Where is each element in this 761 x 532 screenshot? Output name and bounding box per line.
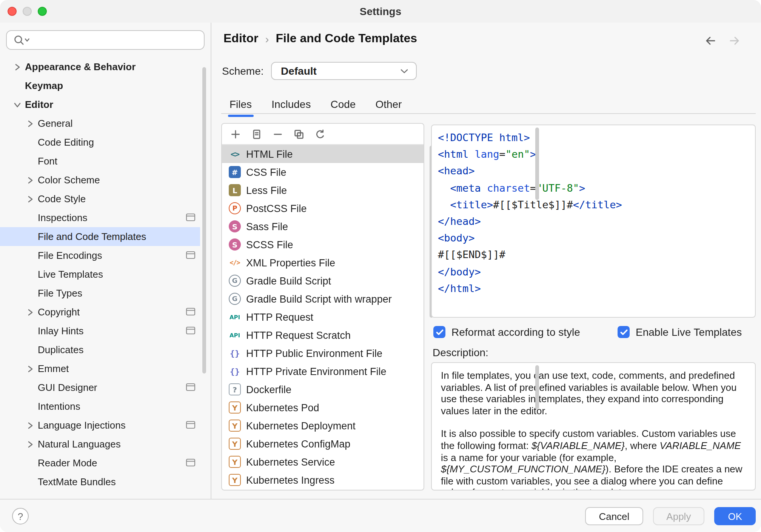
description-scrollbar[interactable] <box>535 365 539 409</box>
search-icon <box>13 34 31 46</box>
editor-scrollbar[interactable] <box>535 128 539 200</box>
template-item-label: Kubernetes Ingress <box>246 474 334 486</box>
chevron-spacer <box>25 269 35 280</box>
gradle-file-icon: G <box>229 293 241 305</box>
copy-icon[interactable] <box>291 126 307 141</box>
template-item-postcss-file[interactable]: PPostCSS File <box>222 199 424 217</box>
template-item-xml-properties-file[interactable]: </>XML Properties File <box>222 254 424 272</box>
zoom-button[interactable] <box>38 7 47 16</box>
back-button[interactable] <box>704 35 717 47</box>
tab-other[interactable]: Other <box>374 94 403 118</box>
template-item-sass-file[interactable]: SSass File <box>222 217 424 235</box>
sidebar-item-natural-languages[interactable]: Natural Languages <box>0 435 200 454</box>
chevron-right-icon[interactable] <box>12 62 23 72</box>
chevron-right-icon[interactable] <box>25 175 35 185</box>
sidebar-item-copyright[interactable]: Copyright <box>0 303 200 321</box>
template-item-kubernetes-ingress[interactable]: YKubernetes Ingress <box>222 471 424 489</box>
tab-files[interactable]: Files <box>228 94 253 118</box>
forward-button[interactable] <box>728 35 741 47</box>
sidebar-item-inlay-hints[interactable]: Inlay Hints <box>0 321 200 340</box>
sidebar-scrollbar[interactable] <box>202 67 206 374</box>
sidebar-item-emmet[interactable]: Emmet <box>0 359 200 378</box>
add-icon[interactable] <box>228 126 243 141</box>
apply-button[interactable]: Apply <box>653 507 704 525</box>
template-item-css-file[interactable]: #CSS File <box>222 163 424 181</box>
template-item-kubernetes-deployment[interactable]: YKubernetes Deployment <box>222 417 424 435</box>
template-item-label: Kubernetes Deployment <box>246 420 356 431</box>
sidebar-item-code-style[interactable]: Code Style <box>0 189 200 208</box>
chevron-right-icon[interactable] <box>25 420 35 431</box>
settings-dialog: Settings Appearance & BehaviorKeymapEdit… <box>0 0 761 532</box>
scheme-select[interactable]: Default <box>271 62 417 80</box>
sidebar-item-color-scheme[interactable]: Color Scheme <box>0 171 200 189</box>
search-input[interactable] <box>6 30 205 50</box>
template-item-less-file[interactable]: LLess File <box>222 181 424 199</box>
template-item-label: XML Properties File <box>246 257 335 268</box>
sidebar-item-inspections[interactable]: Inspections <box>0 208 200 227</box>
remove-icon[interactable] <box>270 126 285 141</box>
sidebar-item-duplicates[interactable]: Duplicates <box>0 340 200 359</box>
sidebar-item-font[interactable]: Font <box>0 152 200 171</box>
code-line: <head> <box>438 163 749 179</box>
chevron-right-icon[interactable] <box>25 194 35 204</box>
sidebar-item-label: Inspections <box>38 212 88 223</box>
code-line: <title>#[[$Title$]]#</title> <box>438 196 749 213</box>
sidebar-item-label: Inlay Hints <box>38 325 83 337</box>
template-item-http-request[interactable]: APIHTTP Request <box>222 308 424 326</box>
chevron-right-icon[interactable] <box>25 363 35 374</box>
scss-file-icon: S <box>229 238 241 251</box>
breadcrumb-editor[interactable]: Editor <box>223 32 258 45</box>
template-item-gradle-build-script[interactable]: GGradle Build Script <box>222 272 424 290</box>
tab-includes[interactable]: Includes <box>270 94 312 118</box>
help-button[interactable]: ? <box>12 508 29 524</box>
sidebar-item-file-encodings[interactable]: File Encodings <box>0 246 200 265</box>
template-item-html-file[interactable]: <>HTML File <box>222 145 424 163</box>
close-button[interactable] <box>8 7 17 16</box>
chevron-right-icon[interactable] <box>25 118 35 129</box>
template-item-kubernetes-configmap[interactable]: YKubernetes ConfigMap <box>222 435 424 453</box>
chevron-spacer <box>25 212 35 223</box>
chevron-right-icon[interactable] <box>25 439 35 449</box>
template-item-gradle-build-script-with-wrapper[interactable]: GGradle Build Script with wrapper <box>222 290 424 308</box>
chevron-spacer <box>25 288 35 298</box>
revert-icon[interactable] <box>313 126 328 141</box>
sidebar-item-editor[interactable]: Editor <box>0 95 200 114</box>
template-content-editor[interactable]: <!DOCTYPE html><html lang="en"><head> <m… <box>431 125 756 318</box>
configurable-pane-icon <box>186 420 196 429</box>
template-item-label: HTTP Private Environment File <box>246 366 387 377</box>
create-from-template-icon[interactable] <box>249 126 264 141</box>
tab-code[interactable]: Code <box>329 94 357 118</box>
sidebar-item-gui-designer[interactable]: GUI Designer <box>0 378 200 397</box>
sidebar-item-file-and-code-templates[interactable]: File and Code Templates <box>0 227 200 246</box>
template-item-http-private-environment-file[interactable]: {}HTTP Private Environment File <box>222 362 424 380</box>
ok-button[interactable]: OK <box>714 507 756 525</box>
live-templates-checkbox[interactable] <box>618 326 630 338</box>
chevron-right-icon[interactable] <box>25 307 35 317</box>
template-item-http-request-scratch[interactable]: APIHTTP Request Scratch <box>222 326 424 344</box>
live-templates-label: Enable Live Templates <box>636 326 742 338</box>
gradle-file-icon: G <box>229 275 241 287</box>
configurable-pane-icon <box>186 326 196 335</box>
sidebar-item-general[interactable]: General <box>0 114 200 133</box>
reformat-checkbox[interactable] <box>433 326 445 338</box>
sidebar-item-code-editing[interactable]: Code Editing <box>0 133 200 152</box>
template-item-kubernetes-pod[interactable]: YKubernetes Pod <box>222 398 424 417</box>
template-item-kubernetes-service[interactable]: YKubernetes Service <box>222 453 424 471</box>
sidebar-item-keymap[interactable]: Keymap <box>0 76 200 95</box>
template-item-http-public-environment-file[interactable]: {}HTTP Public Environment File <box>222 344 424 362</box>
sidebar-item-reader-mode[interactable]: Reader Mode <box>0 454 200 472</box>
sidebar-item-live-templates[interactable]: Live Templates <box>0 265 200 284</box>
sidebar-item-appearance-behavior[interactable]: Appearance & Behavior <box>0 57 200 76</box>
sidebar-item-file-types[interactable]: File Types <box>0 284 200 303</box>
sidebar-item-textmate-bundles[interactable]: TextMate Bundles <box>0 472 200 491</box>
sidebar-item-label: Reader Mode <box>38 457 97 469</box>
sidebar-item-language-injections[interactable]: Language Injections <box>0 416 200 435</box>
chevron-down-icon[interactable] <box>12 99 23 110</box>
sidebar-item-label: Color Scheme <box>38 174 100 186</box>
cancel-button[interactable]: Cancel <box>585 507 643 525</box>
template-item-scss-file[interactable]: SSCSS File <box>222 235 424 254</box>
sidebar-item-intentions[interactable]: Intentions <box>0 397 200 416</box>
template-item-dockerfile[interactable]: ?Dockerfile <box>222 380 424 398</box>
sidebar-item-label: Font <box>38 155 57 167</box>
configurable-pane-icon <box>186 383 196 392</box>
